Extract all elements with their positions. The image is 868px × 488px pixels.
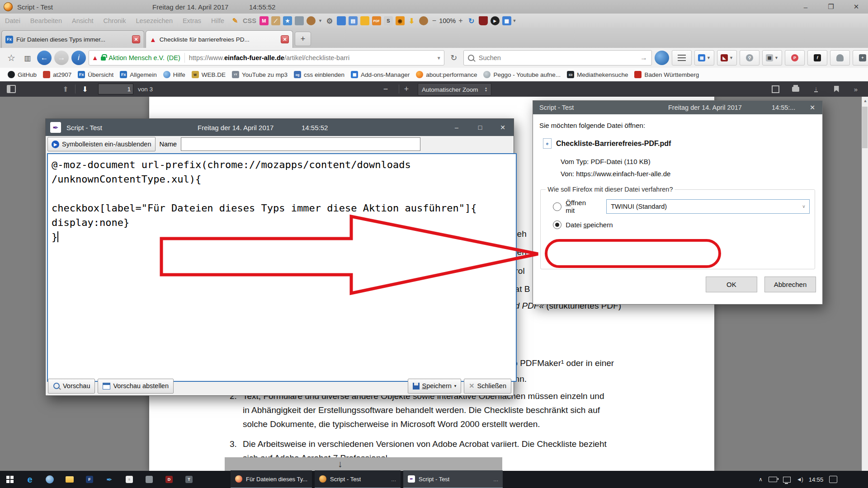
start-button[interactable] [0,471,20,488]
pencil-icon[interactable]: ✎ [231,16,240,25]
scroll-down-icon[interactable]: ↓ [338,459,343,469]
presentation-mode-button[interactable] [769,83,782,95]
print-button[interactable] [789,83,802,95]
sidebar-window-icon[interactable]: ▤ [349,16,358,25]
bookmark-webde[interactable]: WWEB.DE [189,69,228,80]
pdf-converter-icon[interactable]: PDF [372,16,381,25]
tab-close-icon[interactable]: ✕ [132,35,140,43]
session-window-icon[interactable]: ★ [283,16,292,25]
pdf-zoom-in-button[interactable]: + [400,83,413,95]
pocket-button[interactable]: P [785,50,805,66]
open-with-select[interactable]: TWINUI (Standard) ˅ [606,199,810,214]
menu-hilfe[interactable]: Hilfe [206,17,229,24]
tray-clock[interactable]: 14:55 [809,476,824,483]
vertical-scrollbar[interactable]: ▲ [862,97,868,471]
bookmark-mediathekensuche[interactable]: ▭Mediathekensuche [565,69,630,80]
taskbar-window-script-test-1[interactable]: Script - Test ... [315,470,401,488]
page-number-input[interactable] [98,84,133,94]
save-file-radio[interactable] [553,221,561,229]
bookmark-allgemein[interactable]: FxAllgemein [118,69,159,80]
menu-chronik[interactable]: Chronik [99,17,131,24]
toolbar-more-button[interactable]: » [849,83,863,95]
scales-app-icon[interactable]: T [179,471,199,488]
abp-addon-button[interactable]: ◣▼ [717,50,737,66]
bookmark-uebersicht[interactable]: FxÜbersicht [75,69,116,80]
f-app-icon[interactable]: F [80,471,99,488]
download-arrow-icon[interactable]: ⬇ [407,16,416,25]
forward-button[interactable]: → [54,51,69,65]
editor-titlebar[interactable]: ✒ Script - Test Freitag der 14. April 20… [46,119,514,136]
bookmark-hilfe[interactable]: Hilfe [161,69,188,80]
search-go-icon[interactable]: → [640,54,647,62]
bookmark-css-einblenden[interactable]: ogcss einblenden [292,69,347,80]
dialog-close-button[interactable]: ✕ [803,104,821,111]
thunderbird-icon[interactable] [655,51,669,65]
save-file-label[interactable]: Datei speichern [566,221,613,229]
download-dialog-titlebar[interactable]: Script - Test Freitag der 14. April 2017… [533,101,822,114]
broom-icon[interactable]: ⟋ [271,16,280,25]
bookmark-at2907[interactable]: at2907 [41,69,74,80]
pen-app-icon[interactable]: ✒ [99,471,119,488]
sync-icon[interactable]: ↻ [467,16,476,25]
puzzle-icon[interactable]: ▦ [502,16,511,25]
bookmark-star-icon[interactable]: ☆ [5,51,18,65]
menu-hamburger-button[interactable] [672,50,692,66]
editor-close-button[interactable]: ✕ [492,119,513,136]
url-dropdown-icon[interactable]: ▼ [437,56,441,61]
edge-icon[interactable]: e [20,471,40,488]
pdf-zoom-select[interactable]: Automatischer Zoom ▲▼ [418,83,491,96]
zoom-out-icon[interactable]: − [432,17,436,25]
info-button[interactable]: i [71,51,86,65]
bookmark-view-button[interactable] [830,83,843,95]
page-up-button[interactable]: ⬆ [59,83,72,95]
cancel-button[interactable]: Abbrechen [764,277,816,292]
download-button[interactable]: ↓ [809,83,823,95]
editor-minimize-button[interactable]: – [446,119,467,136]
tray-expand-icon[interactable]: ∧ [759,476,763,483]
bookmark-github[interactable]: GitHub [5,69,39,80]
d-app-icon[interactable]: D [159,471,179,488]
close-editor-button[interactable]: ✕ Schließen [464,379,511,394]
bookmark-about-performance[interactable]: about:performance [414,69,479,80]
q-addon-icon[interactable]: ◉ [396,16,405,25]
url-bar[interactable]: ▲ Aktion Mensch e.V. (DE) https://www.ei… [89,50,444,66]
menu-datei[interactable]: Datei [0,17,25,24]
taskbar-window-downloads[interactable]: Für Dateien dieses Ty... [231,470,312,488]
menu-bearbeiten[interactable]: Bearbeiten [25,17,67,24]
folder-open-icon[interactable] [360,16,369,25]
zoom-in-icon[interactable]: + [458,17,462,25]
network-display-icon[interactable] [783,477,791,483]
tab-checkliste[interactable]: ▲ Checkliste für barrierefreies PD... ✕ [146,30,293,48]
new-tab-button[interactable]: + [295,32,311,46]
folder-blue-icon[interactable] [337,16,346,25]
script-name-input[interactable] [181,137,420,151]
keys-addon-button[interactable]: ⚲ [740,50,760,66]
scroll-hint-bar[interactable]: ↓ [225,457,502,471]
back-button[interactable]: ← [37,51,52,65]
monkey-icon[interactable] [307,16,316,25]
minimize-button[interactable]: – [796,0,816,14]
page-down-button[interactable]: ⬇ [78,83,92,95]
site-identity[interactable]: Aktion Mensch e.V. [108,54,165,61]
archive-addon-button[interactable]: ▤▼ [762,50,782,66]
bookmark-youtube-mp3[interactable]: YTYouTube zu mp3 [230,69,290,80]
play-icon[interactable]: ▶ [491,16,500,25]
scrollbar-up-icon[interactable]: ▲ [862,99,868,103]
close-button[interactable]: ✕ [846,0,866,14]
toggle-toolbars-button[interactable]: ▶ Symbolleisten ein-/ausblenden [47,137,156,151]
pdf-sidebar-toggle[interactable] [5,83,18,95]
s-addon-icon[interactable]: S [384,16,393,25]
menu-extras[interactable]: Extras [178,17,206,24]
menu-ansicht[interactable]: Ansicht [67,17,99,24]
ublock-icon[interactable] [479,16,488,25]
editor-maximize-button[interactable]: □ [470,119,491,136]
pdf-zoom-out-button[interactable]: − [379,83,392,95]
preview-button[interactable]: Vorschau [48,379,95,394]
ok-button[interactable]: OK [706,277,757,292]
action-center-icon[interactable] [829,476,837,483]
code-editor[interactable]: @-moz-document url-prefix(chrome://mozap… [47,153,517,382]
battery-icon[interactable] [769,477,777,482]
bell-addon-button[interactable] [830,50,850,66]
bookmark-baden-wuerttemberg[interactable]: Baden Württemberg [632,69,701,80]
brick-addon-button[interactable]: ▤▼ [694,50,714,66]
